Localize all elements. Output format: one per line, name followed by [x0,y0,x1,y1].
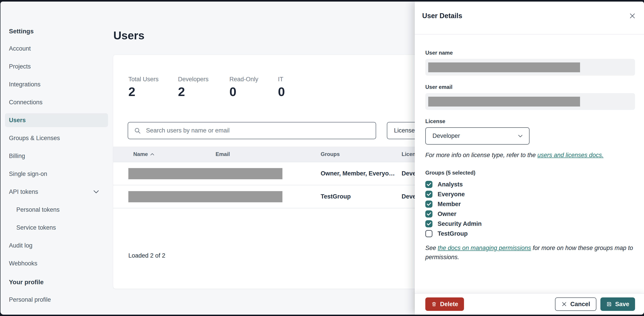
groups-label: Groups (5 selected) [425,170,635,175]
sidebar-item-account[interactable]: Account [9,40,108,58]
delete-button[interactable]: Delete [425,297,464,311]
user-email-field[interactable] [425,93,635,110]
group-option-analysts[interactable]: Analysts [425,179,635,189]
license-select[interactable]: Developer [425,127,530,145]
redacted-user-name [428,63,580,72]
checkbox-owner[interactable] [425,210,432,217]
permissions-note: See the docs on managing permissions for… [425,243,636,262]
sidebar-item-projects[interactable]: Projects [9,58,108,75]
checkbox-member[interactable] [425,200,432,208]
sidebar-item-personal-profile[interactable]: Personal profile [9,291,108,308]
panel-header: User Details [415,2,644,35]
managing-permissions-docs-link[interactable]: the docs on managing permissions [438,245,531,251]
chevron-down-icon [93,190,99,194]
sidebar-item-api-tokens[interactable]: API tokens [9,183,108,201]
column-header-groups[interactable]: Groups [321,151,402,157]
panel-footer: Delete Cancel Save [415,293,644,315]
sidebar-item-single-sign-on[interactable]: Single sign-on [9,165,108,183]
search-users-box [128,122,376,139]
redacted-user-email [428,97,580,107]
group-option-owner[interactable]: Owner [425,209,635,219]
save-button[interactable]: Save [600,297,635,311]
stat-total-users: Total Users 2 [128,76,158,98]
sidebar-item-users[interactable]: Users [5,113,108,127]
checkbox-security-admin[interactable] [425,220,432,227]
chevron-down-icon [518,135,523,138]
sidebar-profile-header: Your profile [9,278,112,287]
group-option-member[interactable]: Member [425,199,635,209]
settings-sidebar: Settings Account Projects Integrations C… [0,2,112,315]
cell-groups: TestGroup [321,193,402,200]
license-label: License [425,119,635,124]
license-select-value: Developer [432,133,460,139]
close-icon[interactable] [628,12,637,20]
sidebar-item-webhooks[interactable]: Webhooks [9,254,108,272]
checkbox-everyone[interactable] [425,191,432,198]
search-icon [134,127,141,134]
panel-body: User name User email License Developer F… [415,35,644,293]
cancel-button[interactable]: Cancel [555,297,596,311]
sort-asc-icon [150,153,154,156]
panel-title: User Details [422,12,462,20]
checkbox-analysts[interactable] [425,181,432,188]
page-title: Users [113,29,144,42]
group-option-everyone[interactable]: Everyone [425,189,635,199]
sidebar-item-billing[interactable]: Billing [9,147,108,165]
stat-it: IT 0 [278,76,285,98]
save-icon [606,301,612,307]
sidebar-item-service-tokens[interactable]: Service tokens [9,219,108,236]
app-window: Settings Account Projects Integrations C… [0,2,644,315]
sidebar-item-audit-log[interactable]: Audit log [9,236,108,254]
search-users-input[interactable] [146,127,365,134]
user-details-panel: User Details User name User email Licens… [415,2,644,315]
checkbox-testgroup[interactable] [425,230,432,237]
redacted-name-email [128,168,282,179]
column-header-name[interactable]: Name [133,151,216,157]
license-note: For more info on license type, refer to … [425,151,635,160]
group-option-testgroup[interactable]: TestGroup [425,229,635,239]
user-name-field[interactable] [425,59,635,76]
sidebar-item-personal-tokens[interactable]: Personal tokens [9,201,108,219]
cell-groups: Owner, Member, Everyo… [321,170,402,177]
redacted-name-email [128,191,282,202]
users-licenses-docs-link[interactable]: users and licenses docs. [537,152,604,158]
sidebar-item-connections[interactable]: Connections [9,93,108,111]
stat-developers: Developers 2 [178,76,209,98]
user-email-label: User email [425,84,635,90]
column-header-email[interactable]: Email [216,151,321,157]
group-option-security-admin[interactable]: Security Admin [425,219,635,229]
sidebar-item-integrations[interactable]: Integrations [9,75,108,93]
loaded-status: Loaded 2 of 2 [128,252,165,259]
user-name-label: User name [425,50,635,56]
sidebar-section-header: Settings [9,27,112,36]
trash-icon [431,301,437,307]
stat-read-only: Read-Only 0 [230,76,258,98]
x-icon [561,301,567,307]
sidebar-item-groups-licenses[interactable]: Groups & Licenses [9,129,108,147]
sidebar-nav: Account Projects Integrations Connection… [9,40,112,272]
